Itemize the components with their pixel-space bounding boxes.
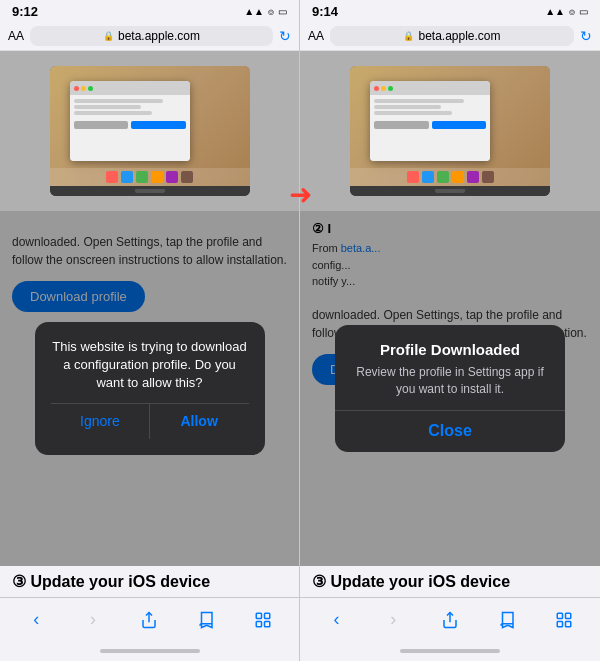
ios-alert-1: This website is trying to download a con… — [35, 322, 265, 455]
laptop-base-1 — [50, 186, 250, 196]
content-area-2: ② I From beta.a... config... notify y...… — [300, 211, 600, 566]
panel-after: 9:14 ▲▲ ⌾ ▭ AA 🔒 beta.apple.com ↻ — [300, 0, 600, 661]
back-button-1[interactable]: ‹ — [16, 600, 56, 640]
battery-icon-1: ▭ — [278, 6, 287, 17]
bookmarks-button-1[interactable] — [186, 600, 226, 640]
signal-icon-1: ▲▲ — [244, 6, 264, 17]
svg-rect-4 — [264, 621, 269, 626]
lock-icon-2: 🔒 — [403, 31, 414, 41]
alert-overlay-1: This website is trying to download a con… — [0, 211, 299, 566]
max-dot — [88, 86, 93, 91]
dialog-btn-row-2 — [374, 121, 486, 129]
section-title-2: ③ Update your iOS device — [300, 566, 600, 597]
dialog-line-6 — [374, 111, 452, 115]
refresh-button-1[interactable]: ↻ — [279, 28, 291, 44]
home-bar-2 — [400, 649, 500, 653]
dialog-titlebar-1 — [70, 81, 190, 95]
dock-icon-7 — [407, 171, 419, 183]
svg-rect-7 — [565, 613, 570, 618]
status-time-1: 9:12 — [12, 4, 38, 19]
dock-icon-9 — [437, 171, 449, 183]
max-dot-2 — [388, 86, 393, 91]
home-bar-1 — [100, 649, 200, 653]
dialog-body-1 — [70, 95, 190, 161]
svg-rect-3 — [256, 621, 261, 626]
laptop-notch-1 — [135, 189, 165, 193]
dialog-ok-mini — [131, 121, 186, 129]
dialog-titlebar-2 — [370, 81, 490, 95]
status-icons-2: ▲▲ ⌾ ▭ — [545, 6, 588, 17]
alert-actions-1: Ignore Allow — [51, 403, 249, 439]
svg-rect-9 — [565, 621, 570, 626]
laptop-dialog-2 — [370, 81, 490, 161]
url-bar-2[interactable]: 🔒 beta.apple.com — [330, 26, 574, 46]
close-dot-2 — [374, 86, 379, 91]
laptop-dialog-1 — [70, 81, 190, 161]
url-bar-1[interactable]: 🔒 beta.apple.com — [30, 26, 273, 46]
status-time-2: 9:14 — [312, 4, 338, 19]
dock-icon-3 — [136, 171, 148, 183]
close-button[interactable]: Close — [351, 410, 549, 452]
dock-icon-4 — [151, 171, 163, 183]
alert-message-1: This website is trying to download a con… — [51, 338, 249, 393]
min-dot — [81, 86, 86, 91]
dock-icon-2 — [121, 171, 133, 183]
aa-button-1[interactable]: AA — [8, 29, 24, 43]
svg-rect-2 — [264, 613, 269, 618]
svg-rect-6 — [557, 613, 562, 618]
content-area-1: This website is trying to download a con… — [0, 211, 299, 566]
status-bar-1: 9:12 ▲▲ ⌾ ▭ — [0, 0, 299, 22]
close-dot — [74, 86, 79, 91]
dialog-line-3 — [74, 111, 152, 115]
laptop-screenshot-2 — [300, 51, 600, 211]
back-button-2[interactable]: ‹ — [316, 600, 356, 640]
forward-button-1[interactable]: › — [73, 600, 113, 640]
dock-icon-12 — [482, 171, 494, 183]
bookmarks-button-2[interactable] — [487, 600, 527, 640]
profile-dialog-overlay: Profile Downloaded Review the profile in… — [300, 211, 600, 566]
min-dot-2 — [381, 86, 386, 91]
signal-icon-2: ▲▲ — [545, 6, 565, 17]
dialog-line-2 — [74, 105, 141, 109]
battery-icon-2: ▭ — [579, 6, 588, 17]
tabs-button-1[interactable] — [243, 600, 283, 640]
app-container: 9:12 ▲▲ ⌾ ▭ AA 🔒 beta.apple.com ↻ — [0, 0, 600, 661]
tab-bar-1: ‹ › — [0, 597, 299, 641]
url-text-1: beta.apple.com — [118, 29, 200, 43]
status-icons-1: ▲▲ ⌾ ▭ — [244, 6, 287, 17]
profile-dialog-subtitle: Review the profile in Settings app if yo… — [351, 364, 549, 398]
allow-button[interactable]: Allow — [150, 403, 249, 439]
dialog-ok-mini-2 — [432, 121, 487, 129]
wifi-icon-2: ⌾ — [569, 6, 575, 17]
ignore-button[interactable]: Ignore — [51, 403, 150, 439]
dialog-body-2 — [370, 95, 490, 161]
dock-icon-10 — [452, 171, 464, 183]
laptop-mock-1 — [50, 66, 250, 196]
home-indicator-1 — [0, 641, 299, 661]
wifi-icon-1: ⌾ — [268, 6, 274, 17]
svg-rect-1 — [256, 613, 261, 618]
dialog-line-5 — [374, 105, 441, 109]
panel-before: 9:12 ▲▲ ⌾ ▭ AA 🔒 beta.apple.com ↻ — [0, 0, 300, 661]
browser-bar-2: AA 🔒 beta.apple.com ↻ — [300, 22, 600, 51]
dock-icon-11 — [467, 171, 479, 183]
laptop-screen-1 — [50, 66, 250, 186]
share-button-1[interactable] — [129, 600, 169, 640]
browser-bar-1: AA 🔒 beta.apple.com ↻ — [0, 22, 299, 51]
profile-dialog-title: Profile Downloaded — [351, 341, 549, 358]
dock-icon-8 — [422, 171, 434, 183]
refresh-button-2[interactable]: ↻ — [580, 28, 592, 44]
tabs-button-2[interactable] — [544, 600, 584, 640]
share-button-2[interactable] — [430, 600, 470, 640]
dialog-line-1 — [74, 99, 164, 103]
profile-downloaded-dialog: Profile Downloaded Review the profile in… — [335, 325, 565, 452]
dock-icon-5 — [166, 171, 178, 183]
dialog-btn-row — [74, 121, 186, 129]
home-indicator-2 — [300, 641, 600, 661]
dock-icon-6 — [181, 171, 193, 183]
dialog-line-4 — [374, 99, 464, 103]
url-text-2: beta.apple.com — [418, 29, 500, 43]
forward-button-2[interactable]: › — [373, 600, 413, 640]
aa-button-2[interactable]: AA — [308, 29, 324, 43]
laptop-screenshot-1 — [0, 51, 299, 211]
